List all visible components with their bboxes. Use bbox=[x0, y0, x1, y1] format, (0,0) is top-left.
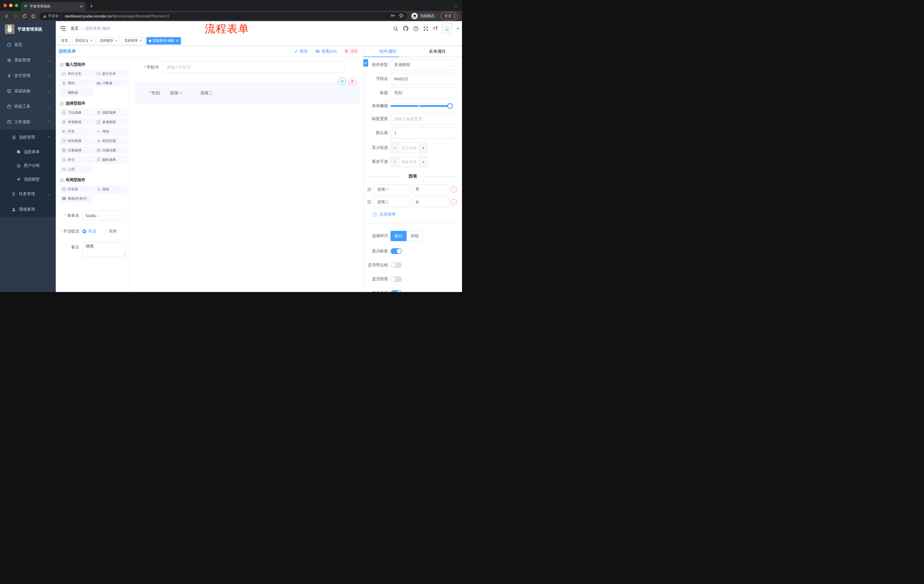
new-tab-button[interactable]: + bbox=[90, 3, 93, 10]
address-bar[interactable]: 不安全 dashboard.yudao.iocoder.cn/bpm/manag… bbox=[40, 12, 407, 20]
tab-component-props[interactable]: 组件属性 bbox=[363, 46, 413, 57]
palette-item-switch[interactable]: 开关 bbox=[59, 127, 93, 135]
tab-search-chevron-icon[interactable]: ⌄ bbox=[454, 3, 458, 7]
save-button[interactable]: 保存 bbox=[294, 49, 308, 54]
border-switch[interactable] bbox=[391, 262, 402, 268]
search-icon[interactable] bbox=[393, 26, 399, 31]
zoom-window-button[interactable] bbox=[15, 4, 18, 7]
palette-item-textarea[interactable]: 多行文本 bbox=[94, 70, 127, 78]
collapse-sidebar-icon[interactable] bbox=[60, 25, 66, 32]
palette-item-single-text[interactable]: 单行文本 bbox=[59, 70, 93, 78]
delete-component-button[interactable] bbox=[348, 78, 356, 85]
radio-on[interactable] bbox=[82, 229, 86, 234]
plus-icon[interactable]: + bbox=[419, 143, 427, 153]
title-input[interactable] bbox=[391, 87, 456, 99]
grid-slider[interactable] bbox=[391, 103, 452, 109]
palette-item-slider[interactable]: 滑块 bbox=[94, 127, 127, 135]
palette-item-button[interactable]: 按钮 bbox=[94, 185, 127, 193]
remove-option-button[interactable]: − bbox=[450, 199, 457, 205]
field-name-input[interactable] bbox=[391, 73, 456, 85]
close-icon[interactable]: ✕ bbox=[115, 39, 117, 43]
palette-item-time-picker[interactable]: 时间选择 bbox=[59, 137, 93, 145]
tab-form-props[interactable]: 表单属性 bbox=[413, 46, 462, 57]
palette-item-select[interactable]: 下拉选择 bbox=[59, 109, 93, 117]
sidebar-item-workflow[interactable]: 工作流程 ⌃ bbox=[0, 114, 56, 130]
option-value-input[interactable] bbox=[412, 197, 449, 207]
option-label-input[interactable] bbox=[374, 197, 410, 207]
tag-process-definition[interactable]: 流程定义✕ bbox=[72, 37, 95, 44]
browser-update-button[interactable]: 更新 bbox=[441, 12, 458, 20]
home-button[interactable] bbox=[30, 12, 37, 20]
caret-down-icon[interactable]: ▼ bbox=[456, 27, 459, 30]
palette-item-editor[interactable]: 编辑器 bbox=[59, 89, 93, 97]
minimize-window-button[interactable] bbox=[9, 4, 13, 7]
tab-close-icon[interactable]: ✕ bbox=[80, 4, 83, 8]
form-name-input[interactable] bbox=[82, 211, 126, 220]
palette-item-upload[interactable]: 上传 bbox=[59, 165, 93, 173]
field-link-badge[interactable] bbox=[363, 59, 368, 67]
phone-input[interactable] bbox=[162, 61, 344, 73]
palette-item-radio-group[interactable]: 单选框组 bbox=[59, 118, 93, 126]
tag-process-model[interactable]: 流程模型✕ bbox=[97, 37, 120, 44]
min-select-input[interactable] bbox=[399, 143, 419, 153]
avatar[interactable] bbox=[442, 24, 452, 33]
tag-home[interactable]: 首页 bbox=[59, 37, 71, 44]
palette-item-date-range[interactable]: 日期范围 bbox=[94, 146, 127, 154]
drag-handle-icon[interactable] bbox=[367, 199, 372, 204]
slider-handle[interactable] bbox=[447, 103, 453, 109]
sidebar-item-leave-query[interactable]: 请假查询 bbox=[0, 202, 56, 217]
palette-item-checkbox-group[interactable]: 多选框组 bbox=[94, 118, 127, 126]
checkbox-icon[interactable] bbox=[194, 91, 198, 95]
form-remark-textarea[interactable]: 嘿嘿 bbox=[82, 242, 126, 257]
close-icon[interactable]: ✕ bbox=[176, 39, 178, 43]
palette-item-counter[interactable]: 123计数器 bbox=[94, 79, 127, 87]
palette-item-password[interactable]: 密码 bbox=[59, 79, 93, 87]
radio-off[interactable] bbox=[103, 229, 107, 234]
disabled-switch[interactable] bbox=[391, 276, 402, 282]
palette-item-rate[interactable]: 评分 bbox=[59, 156, 93, 164]
reload-button[interactable] bbox=[21, 12, 28, 20]
forward-button[interactable] bbox=[12, 12, 19, 20]
palette-item-time-range[interactable]: 时间范围 bbox=[94, 137, 127, 145]
password-key-icon[interactable] bbox=[391, 13, 395, 19]
palette-item-table[interactable]: 表格[开发中] bbox=[59, 194, 93, 202]
view-json-button[interactable]: 查看json bbox=[315, 49, 337, 54]
minus-icon[interactable]: − bbox=[391, 156, 399, 167]
remove-option-button[interactable]: − bbox=[450, 186, 457, 192]
sidebar-item-infra[interactable]: 基础设施 ⌄ bbox=[0, 84, 56, 99]
option-label-input[interactable] bbox=[374, 184, 410, 194]
tag-process-form[interactable]: 流程表单✕ bbox=[122, 37, 144, 44]
url-text[interactable]: dashboard.yudao.iocoder.cn/bpm/manager/f… bbox=[65, 14, 388, 18]
palette-item-date-picker[interactable]: 日期选择 bbox=[59, 146, 93, 154]
default-value-input[interactable] bbox=[391, 127, 456, 138]
gender-option-1[interactable]: 选项一 bbox=[163, 90, 182, 96]
label-width-input[interactable] bbox=[391, 113, 456, 125]
tag-process-form-edit[interactable]: 流程表单-编辑✕ bbox=[146, 37, 181, 44]
browser-menu-icon[interactable] bbox=[454, 14, 455, 18]
font-size-icon[interactable]: TT bbox=[433, 26, 438, 31]
sidebar-item-process-mgmt[interactable]: 流程管理 ⌃ bbox=[0, 130, 56, 145]
style-default-button[interactable]: 默认 bbox=[391, 231, 406, 241]
show-label-switch[interactable] bbox=[391, 248, 402, 254]
sidebar-item-devtools[interactable]: 研发工具 ⌄ bbox=[0, 99, 56, 114]
copy-component-button[interactable] bbox=[338, 78, 346, 85]
palette-item-row-container[interactable]: 行容器 bbox=[59, 185, 93, 193]
sidebar-item-home[interactable]: 首页 bbox=[0, 37, 56, 53]
form-canvas[interactable]: 手机号 性别 选项一 选项二 bbox=[129, 57, 363, 292]
minus-icon[interactable]: − bbox=[391, 143, 399, 153]
canvas-field-phone[interactable]: 手机号 bbox=[134, 61, 361, 73]
sidebar-item-process-model[interactable]: 流程模型 bbox=[0, 173, 56, 186]
required-switch[interactable] bbox=[391, 290, 402, 292]
close-icon[interactable]: ✕ bbox=[139, 39, 142, 43]
breadcrumb-home[interactable]: 首页 bbox=[71, 26, 79, 31]
close-window-button[interactable] bbox=[3, 4, 7, 7]
help-icon[interactable] bbox=[413, 26, 419, 31]
sidebar-item-task-mgmt[interactable]: 任务管理 ⌄ bbox=[0, 186, 56, 202]
palette-item-color-picker[interactable]: 颜色选择 bbox=[94, 156, 127, 164]
bookmark-star-icon[interactable] bbox=[399, 13, 404, 19]
style-button-button[interactable]: 按钮 bbox=[406, 231, 423, 241]
github-icon[interactable] bbox=[403, 26, 409, 31]
component-type-select[interactable]: 多选框组 ⌄ bbox=[391, 59, 456, 71]
checkbox-icon[interactable] bbox=[163, 91, 167, 95]
gender-option-2[interactable]: 选项二 bbox=[194, 90, 213, 96]
